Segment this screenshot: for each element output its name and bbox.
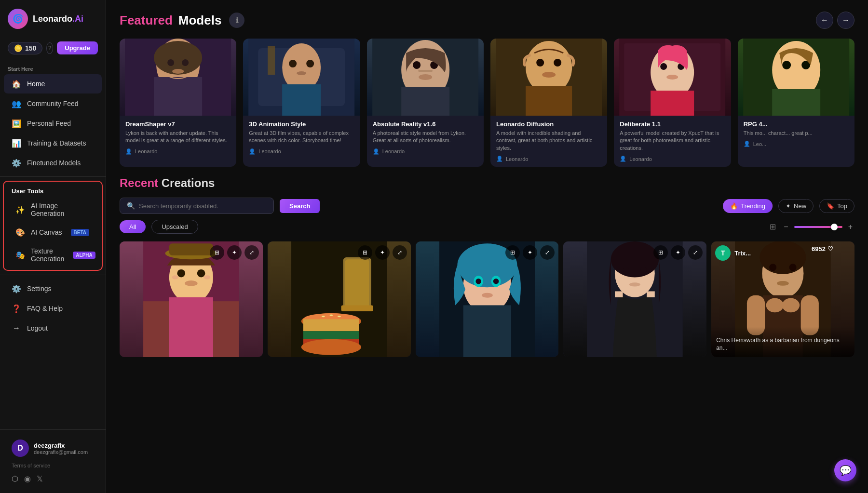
svg-point-85	[766, 298, 784, 313]
image-edit-btn-2[interactable]: ✦	[375, 245, 390, 260]
svg-point-89	[789, 264, 797, 271]
user-tools-section: User Tools ✨ AI Image Generation 🎨 AI Ca…	[3, 181, 103, 271]
model-card-deliberate[interactable]: Deliberate 1.1 A powerful model created …	[614, 39, 731, 167]
image-expand-btn-2[interactable]: ⤢	[393, 245, 407, 260]
prev-arrow[interactable]: ←	[816, 12, 833, 29]
image-edit-btn-3[interactable]: ✦	[523, 245, 537, 260]
svg-point-26	[554, 59, 561, 67]
model-card-rpg[interactable]: RPG 4... This mo... charact... great p..…	[738, 39, 854, 167]
image-generate-btn-2[interactable]: ⊞	[358, 245, 372, 260]
image-generate-btn-1[interactable]: ⊞	[210, 245, 224, 260]
model-card-absreality[interactable]: Absolute Reality v1.6 A photorealistic s…	[367, 39, 484, 167]
sidebar-item-community-label: Community Feed	[27, 100, 79, 107]
model-image-3danim	[243, 39, 360, 116]
sidebar-item-personal-feed[interactable]: 🖼️ Personal Feed	[4, 114, 102, 133]
search-input[interactable]	[139, 202, 267, 210]
chat-icon: 💬	[840, 465, 852, 476]
creations-title-rest: Creations	[162, 176, 215, 189]
zoom-slider[interactable]	[794, 226, 842, 228]
credits-value: 150	[25, 44, 36, 52]
image-card-5[interactable]: T Trix... 6952 ♡ Chris Hemsworth as a ba…	[711, 241, 854, 357]
search-button[interactable]: Search	[280, 199, 320, 213]
sidebar-item-logout[interactable]: → Logout	[4, 319, 102, 338]
sidebar-item-ai-image[interactable]: ✨ AI Image Generation	[8, 197, 98, 222]
svg-point-70	[475, 279, 481, 284]
featured-info-icon: ℹ	[229, 13, 244, 28]
reddit-icon[interactable]: ◉	[24, 474, 31, 483]
credits-icon: 🪙	[14, 44, 22, 52]
sort-trending-label: Trending	[741, 202, 765, 210]
svg-rect-10	[282, 84, 321, 116]
grid-view-button[interactable]: ⊞	[768, 220, 778, 233]
image-edit-btn-1[interactable]: ✦	[227, 245, 242, 260]
image-card-4[interactable]: ⊞ ✦ ⤢	[563, 241, 706, 357]
sort-trending-button[interactable]: 🔥 Trending	[723, 199, 773, 213]
author-icon-6: 👤	[744, 141, 750, 147]
sidebar-item-logout-label: Logout	[27, 324, 48, 332]
social-icons: ⬡ ◉ 𝕏	[4, 470, 102, 487]
chat-bubble[interactable]: 💬	[834, 459, 856, 481]
sidebar-item-ai-image-label: AI Image Generation	[31, 202, 90, 217]
view-controls: ⊞ − +	[768, 220, 854, 233]
creations-title-highlight: Recent	[120, 176, 158, 189]
svg-point-47	[172, 276, 178, 280]
upgrade-button[interactable]: Upgrade	[57, 41, 98, 54]
svg-point-60	[301, 339, 361, 355]
home-icon: 🏠	[12, 79, 21, 89]
image-generate-btn-3[interactable]: ⊞	[505, 245, 520, 260]
filter-all-button[interactable]: All	[120, 220, 146, 233]
featured-title-highlight: Featured	[120, 13, 173, 28]
next-arrow[interactable]: →	[837, 12, 854, 29]
model-name-dreamshaper: DreamShaper v7	[125, 120, 231, 128]
sort-new-button[interactable]: ✦ New	[778, 199, 814, 213]
image-card-3[interactable]: ⊞ ✦ ⤢	[416, 241, 559, 357]
sidebar-item-community-feed[interactable]: 👥 Community Feed	[4, 94, 102, 113]
nav-arrows: ← →	[816, 12, 854, 29]
svg-rect-66	[463, 306, 511, 358]
sidebar-item-ai-canvas[interactable]: 🎨 AI Canvas BETA	[8, 223, 98, 242]
svg-point-25	[536, 59, 544, 67]
recent-creations-section: Recent Creations 🔍 Search 🔥 Trending ✦ N…	[106, 176, 868, 367]
image-expand-btn-3[interactable]: ⤢	[540, 245, 555, 260]
image-card-2[interactable]: ⊞ ✦ ⤢	[268, 241, 411, 357]
image-expand-btn-4[interactable]: ⤢	[688, 245, 703, 260]
svg-rect-31	[651, 91, 694, 116]
terms-link[interactable]: Terms of service	[4, 461, 102, 470]
filter-upscaled-button[interactable]: Upscaled	[151, 220, 198, 234]
model-desc-leodiff: A model with incredible shading and cont…	[496, 130, 601, 152]
sort-top-button[interactable]: 🔖 Top	[819, 199, 854, 213]
twitter-icon[interactable]: 𝕏	[37, 474, 43, 483]
svg-point-13	[297, 71, 306, 75]
zoom-out-button[interactable]: −	[782, 221, 790, 233]
image-edit-btn-4[interactable]: ✦	[671, 245, 685, 260]
sidebar-item-home-label: Home	[27, 80, 45, 88]
sidebar-item-faq[interactable]: ❓ FAQ & Help	[4, 299, 102, 318]
svg-rect-80	[647, 292, 655, 297]
personal-icon: 🖼️	[12, 119, 21, 128]
model-author-absreality: 👤 Leonardo	[373, 148, 478, 155]
sidebar-item-texture[interactable]: 🎭 Texture Generation ALPHA	[8, 242, 98, 267]
model-card-leodiff[interactable]: Leonardo Diffusion A model with incredib…	[490, 39, 607, 167]
help-button[interactable]: ?	[46, 42, 53, 54]
author-icon-3: 👤	[373, 148, 380, 155]
image-card-1[interactable]: ⊞ ✦ ⤢	[120, 241, 263, 357]
svg-point-90	[777, 281, 789, 286]
svg-point-78	[640, 267, 647, 273]
user-tag-5: T Trix...	[715, 245, 751, 261]
controls-row: All Upscaled ⊞ − +	[120, 220, 854, 234]
model-info-rpg: RPG 4... This mo... charact... great p..…	[738, 116, 854, 152]
models-grid: DreamShaper v7 Lykon is back with anothe…	[120, 39, 854, 167]
image-overlay-2: ⊞ ✦ ⤢	[358, 245, 407, 260]
image-expand-btn-1[interactable]: ⤢	[244, 245, 259, 260]
sort-top-label: Top	[837, 202, 847, 210]
model-card-3danim[interactable]: 3D Animation Style Great at 3D film vibe…	[243, 39, 360, 167]
image-generate-btn-4[interactable]: ⊞	[653, 245, 668, 260]
discord-icon[interactable]: ⬡	[12, 474, 18, 483]
zoom-in-button[interactable]: +	[846, 221, 854, 233]
sort-new-label: New	[794, 202, 806, 210]
sidebar-item-settings[interactable]: ⚙️ Settings	[4, 279, 102, 298]
model-card-dreamshaper[interactable]: DreamShaper v7 Lykon is back with anothe…	[120, 39, 236, 167]
sidebar-item-training[interactable]: 📊 Training & Datasets	[4, 133, 102, 153]
sidebar-item-home[interactable]: 🏠 Home	[4, 74, 102, 93]
sidebar-item-finetuned[interactable]: ⚙️ Finetuned Models	[4, 153, 102, 173]
